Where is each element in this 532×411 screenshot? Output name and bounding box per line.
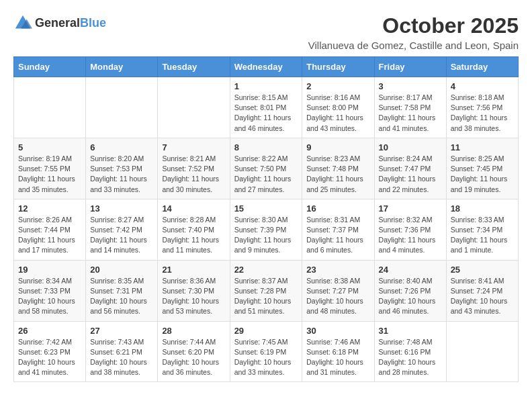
calendar-cell: 13Sunrise: 8:27 AM Sunset: 7:42 PM Dayli… bbox=[86, 199, 158, 260]
day-number: 30 bbox=[306, 326, 369, 336]
calendar-week-row: 1Sunrise: 8:15 AM Sunset: 8:01 PM Daylig… bbox=[14, 77, 519, 138]
day-content: Sunrise: 8:22 AM Sunset: 7:50 PM Dayligh… bbox=[234, 154, 298, 195]
calendar-cell: 11Sunrise: 8:25 AM Sunset: 7:45 PM Dayli… bbox=[446, 138, 518, 199]
calendar-cell: 1Sunrise: 8:15 AM Sunset: 8:01 PM Daylig… bbox=[230, 77, 302, 138]
day-number: 10 bbox=[379, 142, 442, 152]
day-content: Sunrise: 7:48 AM Sunset: 6:16 PM Dayligh… bbox=[379, 337, 442, 378]
calendar-cell: 30Sunrise: 7:46 AM Sunset: 6:18 PM Dayli… bbox=[302, 321, 374, 382]
day-content: Sunrise: 8:17 AM Sunset: 7:58 PM Dayligh… bbox=[379, 93, 442, 134]
calendar-cell: 20Sunrise: 8:35 AM Sunset: 7:31 PM Dayli… bbox=[86, 260, 158, 321]
day-content: Sunrise: 8:18 AM Sunset: 7:56 PM Dayligh… bbox=[451, 93, 514, 134]
day-number: 8 bbox=[234, 142, 298, 152]
month-title: October 2025 bbox=[308, 13, 519, 38]
day-content: Sunrise: 8:38 AM Sunset: 7:27 PM Dayligh… bbox=[306, 276, 369, 317]
day-content: Sunrise: 8:37 AM Sunset: 7:28 PM Dayligh… bbox=[234, 276, 298, 317]
calendar-cell: 23Sunrise: 8:38 AM Sunset: 7:27 PM Dayli… bbox=[302, 260, 374, 321]
day-number: 13 bbox=[90, 203, 153, 214]
calendar-cell: 27Sunrise: 7:43 AM Sunset: 6:21 PM Dayli… bbox=[86, 321, 158, 382]
day-number: 4 bbox=[451, 81, 514, 91]
day-number: 17 bbox=[379, 203, 442, 214]
day-content: Sunrise: 8:28 AM Sunset: 7:40 PM Dayligh… bbox=[162, 215, 225, 256]
day-content: Sunrise: 8:31 AM Sunset: 7:37 PM Dayligh… bbox=[306, 215, 369, 256]
calendar-cell: 14Sunrise: 8:28 AM Sunset: 7:40 PM Dayli… bbox=[158, 199, 230, 260]
day-number: 27 bbox=[90, 326, 153, 336]
day-number: 24 bbox=[379, 265, 442, 275]
calendar-week-row: 12Sunrise: 8:26 AM Sunset: 7:44 PM Dayli… bbox=[14, 199, 519, 260]
logo-icon bbox=[13, 13, 32, 32]
weekday-header: Wednesday bbox=[230, 57, 302, 77]
logo: GeneralBlue bbox=[13, 13, 106, 32]
logo-text-blue: Blue bbox=[80, 16, 106, 30]
day-content: Sunrise: 7:46 AM Sunset: 6:18 PM Dayligh… bbox=[306, 337, 369, 378]
day-content: Sunrise: 8:34 AM Sunset: 7:33 PM Dayligh… bbox=[18, 276, 81, 317]
title-block: October 2025 Villanueva de Gomez, Castil… bbox=[308, 13, 519, 51]
day-content: Sunrise: 8:20 AM Sunset: 7:53 PM Dayligh… bbox=[90, 154, 153, 195]
calendar-cell: 16Sunrise: 8:31 AM Sunset: 7:37 PM Dayli… bbox=[302, 199, 374, 260]
calendar-cell: 5Sunrise: 8:19 AM Sunset: 7:55 PM Daylig… bbox=[14, 138, 86, 199]
calendar-cell: 4Sunrise: 8:18 AM Sunset: 7:56 PM Daylig… bbox=[446, 77, 518, 138]
logo-text-general: General bbox=[35, 16, 80, 30]
day-number: 28 bbox=[162, 326, 225, 336]
day-content: Sunrise: 8:24 AM Sunset: 7:47 PM Dayligh… bbox=[379, 154, 442, 195]
calendar-cell: 31Sunrise: 7:48 AM Sunset: 6:16 PM Dayli… bbox=[374, 321, 446, 382]
calendar-week-row: 26Sunrise: 7:42 AM Sunset: 6:23 PM Dayli… bbox=[14, 321, 519, 382]
day-content: Sunrise: 8:40 AM Sunset: 7:26 PM Dayligh… bbox=[379, 276, 442, 317]
day-number: 18 bbox=[451, 203, 514, 214]
weekday-header: Saturday bbox=[446, 57, 518, 77]
day-number: 20 bbox=[90, 265, 153, 275]
calendar-week-row: 19Sunrise: 8:34 AM Sunset: 7:33 PM Dayli… bbox=[14, 260, 519, 321]
day-content: Sunrise: 7:44 AM Sunset: 6:20 PM Dayligh… bbox=[162, 337, 225, 378]
day-content: Sunrise: 8:35 AM Sunset: 7:31 PM Dayligh… bbox=[90, 276, 153, 317]
weekday-header-row: SundayMondayTuesdayWednesdayThursdayFrid… bbox=[14, 57, 519, 77]
day-number: 23 bbox=[306, 265, 369, 275]
day-number: 2 bbox=[306, 81, 369, 91]
day-number: 15 bbox=[234, 203, 298, 214]
day-content: Sunrise: 8:21 AM Sunset: 7:52 PM Dayligh… bbox=[162, 154, 225, 195]
day-number: 26 bbox=[18, 326, 81, 336]
day-number: 25 bbox=[451, 265, 514, 275]
calendar-cell: 18Sunrise: 8:33 AM Sunset: 7:34 PM Dayli… bbox=[446, 199, 518, 260]
weekday-header: Friday bbox=[374, 57, 446, 77]
calendar-cell: 26Sunrise: 7:42 AM Sunset: 6:23 PM Dayli… bbox=[14, 321, 86, 382]
calendar-cell bbox=[14, 77, 86, 138]
calendar-cell: 28Sunrise: 7:44 AM Sunset: 6:20 PM Dayli… bbox=[158, 321, 230, 382]
weekday-header: Sunday bbox=[14, 57, 86, 77]
day-number: 31 bbox=[379, 326, 442, 336]
calendar-cell: 9Sunrise: 8:23 AM Sunset: 7:48 PM Daylig… bbox=[302, 138, 374, 199]
calendar-cell bbox=[86, 77, 158, 138]
calendar-cell: 7Sunrise: 8:21 AM Sunset: 7:52 PM Daylig… bbox=[158, 138, 230, 199]
calendar-cell bbox=[446, 321, 518, 382]
calendar-cell bbox=[158, 77, 230, 138]
location-subtitle: Villanueva de Gomez, Castille and Leon, … bbox=[308, 40, 519, 51]
day-content: Sunrise: 7:42 AM Sunset: 6:23 PM Dayligh… bbox=[18, 337, 81, 378]
weekday-header: Monday bbox=[86, 57, 158, 77]
day-number: 22 bbox=[234, 265, 298, 275]
calendar-cell: 10Sunrise: 8:24 AM Sunset: 7:47 PM Dayli… bbox=[374, 138, 446, 199]
calendar-cell: 25Sunrise: 8:41 AM Sunset: 7:24 PM Dayli… bbox=[446, 260, 518, 321]
day-content: Sunrise: 8:26 AM Sunset: 7:44 PM Dayligh… bbox=[18, 215, 81, 256]
calendar-cell: 21Sunrise: 8:36 AM Sunset: 7:30 PM Dayli… bbox=[158, 260, 230, 321]
calendar-cell: 29Sunrise: 7:45 AM Sunset: 6:19 PM Dayli… bbox=[230, 321, 302, 382]
day-number: 3 bbox=[379, 81, 442, 91]
day-content: Sunrise: 7:45 AM Sunset: 6:19 PM Dayligh… bbox=[234, 337, 298, 378]
day-number: 21 bbox=[162, 265, 225, 275]
day-content: Sunrise: 8:23 AM Sunset: 7:48 PM Dayligh… bbox=[306, 154, 369, 195]
calendar-cell: 3Sunrise: 8:17 AM Sunset: 7:58 PM Daylig… bbox=[374, 77, 446, 138]
day-content: Sunrise: 8:33 AM Sunset: 7:34 PM Dayligh… bbox=[451, 215, 514, 256]
page-header: GeneralBlue October 2025 Villanueva de G… bbox=[13, 13, 519, 51]
calendar-cell: 6Sunrise: 8:20 AM Sunset: 7:53 PM Daylig… bbox=[86, 138, 158, 199]
calendar-cell: 24Sunrise: 8:40 AM Sunset: 7:26 PM Dayli… bbox=[374, 260, 446, 321]
day-number: 12 bbox=[18, 203, 81, 214]
day-content: Sunrise: 8:16 AM Sunset: 8:00 PM Dayligh… bbox=[306, 93, 369, 134]
day-content: Sunrise: 8:41 AM Sunset: 7:24 PM Dayligh… bbox=[451, 276, 514, 317]
day-content: Sunrise: 7:43 AM Sunset: 6:21 PM Dayligh… bbox=[90, 337, 153, 378]
day-content: Sunrise: 8:36 AM Sunset: 7:30 PM Dayligh… bbox=[162, 276, 225, 317]
calendar-cell: 19Sunrise: 8:34 AM Sunset: 7:33 PM Dayli… bbox=[14, 260, 86, 321]
day-content: Sunrise: 8:30 AM Sunset: 7:39 PM Dayligh… bbox=[234, 215, 298, 256]
day-number: 19 bbox=[18, 265, 81, 275]
calendar-cell: 22Sunrise: 8:37 AM Sunset: 7:28 PM Dayli… bbox=[230, 260, 302, 321]
day-content: Sunrise: 8:25 AM Sunset: 7:45 PM Dayligh… bbox=[451, 154, 514, 195]
weekday-header: Tuesday bbox=[158, 57, 230, 77]
day-content: Sunrise: 8:15 AM Sunset: 8:01 PM Dayligh… bbox=[234, 93, 298, 134]
day-number: 5 bbox=[18, 142, 81, 152]
